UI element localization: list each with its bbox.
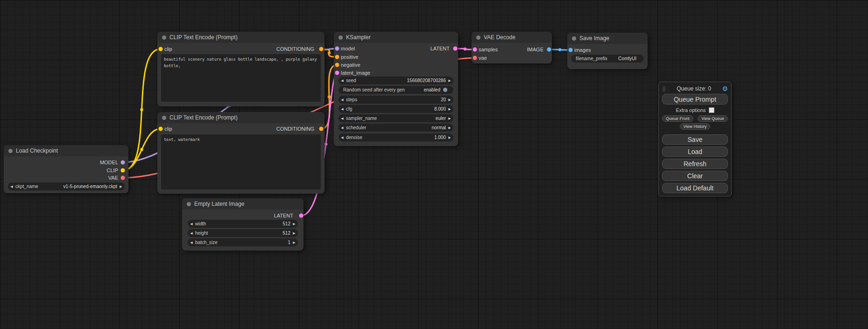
node-titlebar[interactable]: Load Checkpoint	[4, 145, 128, 156]
collapse-dot-icon[interactable]	[339, 35, 343, 40]
widget-value: ComfyUI	[618, 56, 636, 61]
output-port-clip[interactable]	[121, 168, 125, 173]
node-titlebar[interactable]: VAE Decode	[472, 32, 552, 43]
input-port-vae[interactable]	[473, 56, 477, 60]
collapse-dot-icon[interactable]	[187, 202, 191, 206]
increment-arrow-icon[interactable]: ▶	[290, 222, 298, 226]
node-empty-latent-image[interactable]: Empty Latent Image LATENT ◀ width 512 ▶ …	[182, 198, 303, 251]
refresh-button[interactable]: Refresh	[662, 159, 728, 169]
collapse-dot-icon[interactable]	[476, 35, 480, 40]
output-label-image: IMAGE	[527, 47, 543, 52]
widget-value: 8.000	[434, 106, 446, 112]
widget-filename-prefix[interactable]: filename_prefix ComfyUI	[571, 55, 644, 63]
output-label-latent: LATENT	[430, 46, 450, 51]
drag-handle-icon[interactable]: ⣿	[662, 86, 666, 92]
decrement-arrow-icon[interactable]: ◀	[339, 136, 346, 140]
decrement-arrow-icon[interactable]: ◀	[8, 185, 15, 189]
increment-arrow-icon[interactable]: ▶	[290, 241, 298, 245]
widget-denoise[interactable]: ◀ denoise 1.000 ▶	[339, 133, 453, 141]
output-port-image[interactable]	[547, 48, 551, 52]
output-label-vae: VAE	[108, 175, 118, 181]
input-label-images: images	[574, 47, 591, 53]
node-titlebar[interactable]: CLIP Text Encode (Prompt)	[157, 32, 325, 43]
widget-steps[interactable]: ◀ steps 20 ▶	[339, 96, 453, 104]
extra-options-row: Extra options	[662, 106, 728, 114]
widget-ckpt-name[interactable]: ◀ ckpt_name v1-5-pruned-emaonly.ckpt ▶	[8, 182, 125, 190]
increment-arrow-icon[interactable]: ▶	[446, 136, 453, 140]
input-port-positive[interactable]	[335, 55, 339, 59]
decrement-arrow-icon[interactable]: ◀	[339, 117, 346, 120]
node-title: CLIP Text Encode (Prompt)	[169, 114, 238, 121]
output-port-conditioning[interactable]	[319, 127, 324, 131]
output-port-vae[interactable]	[121, 176, 125, 180]
toggle-knob-icon[interactable]	[443, 88, 447, 92]
increment-arrow-icon[interactable]: ▶	[117, 185, 125, 189]
node-titlebar[interactable]: CLIP Text Encode (Prompt)	[157, 112, 325, 123]
increment-arrow-icon[interactable]: ▶	[290, 231, 298, 235]
output-port-model[interactable]	[121, 161, 125, 165]
increment-arrow-icon[interactable]: ▶	[446, 98, 453, 102]
input-port-model[interactable]	[335, 47, 339, 51]
input-port-negative[interactable]	[335, 63, 339, 67]
decrement-arrow-icon[interactable]: ◀	[339, 79, 346, 83]
widget-seed[interactable]: ◀ seed 156680208700286 ▶	[339, 77, 453, 84]
widget-random-seed-toggle[interactable]: Random seed after every gen enabled	[339, 86, 453, 94]
collapse-dot-icon[interactable]	[162, 35, 166, 40]
widget-value: euler	[436, 116, 446, 121]
collapse-dot-icon[interactable]	[572, 36, 576, 41]
load-default-button[interactable]: Load Default	[662, 183, 728, 193]
node-save-image[interactable]: Save Image images filename_prefix ComfyU…	[567, 33, 648, 69]
view-queue-button[interactable]: View Queue	[698, 115, 728, 122]
increment-arrow-icon[interactable]: ▶	[446, 79, 453, 83]
input-port-clip[interactable]	[159, 127, 163, 131]
node-titlebar[interactable]: Save Image	[567, 33, 648, 44]
decrement-arrow-icon[interactable]: ◀	[339, 126, 346, 130]
input-label-clip: clip	[164, 126, 172, 132]
input-port-samples[interactable]	[473, 48, 477, 52]
widget-name: Random seed after every gen	[343, 87, 405, 92]
widget-width[interactable]: ◀ width 512 ▶	[188, 220, 298, 228]
queue-front-button[interactable]: Queue Front	[662, 115, 693, 122]
save-button[interactable]: Save	[662, 134, 728, 145]
widget-scheduler[interactable]: ◀ scheduler normal ▶	[339, 124, 453, 132]
node-load-checkpoint[interactable]: Load Checkpoint MODEL CLIP VAE ◀ ckpt_na…	[4, 145, 128, 193]
input-port-clip[interactable]	[159, 47, 163, 51]
node-title: Empty Latent Image	[194, 201, 244, 207]
output-port-conditioning[interactable]	[319, 47, 324, 51]
widget-sampler-name[interactable]: ◀ sampler_name euler ▶	[339, 114, 453, 122]
increment-arrow-icon[interactable]: ▶	[446, 126, 453, 130]
widget-value: v1-5-pruned-emaonly.ckpt	[64, 184, 117, 189]
input-port-images[interactable]	[569, 48, 573, 52]
decrement-arrow-icon[interactable]: ◀	[339, 98, 346, 102]
node-graph-canvas[interactable]: Load Checkpoint MODEL CLIP VAE ◀ ckpt_na…	[0, 0, 868, 329]
input-label-model: model	[341, 46, 355, 51]
decrement-arrow-icon[interactable]: ◀	[339, 107, 346, 111]
view-history-button[interactable]: View History	[680, 123, 711, 130]
decrement-arrow-icon[interactable]: ◀	[188, 222, 195, 226]
queue-prompt-button[interactable]: Queue Prompt	[662, 94, 728, 105]
increment-arrow-icon[interactable]: ▶	[446, 107, 453, 111]
node-vae-decode[interactable]: VAE Decode samples IMAGE vae	[472, 32, 552, 63]
widget-batch-size[interactable]: ◀ batch_size 1 ▶	[188, 238, 298, 246]
decrement-arrow-icon[interactable]: ◀	[188, 231, 195, 235]
collapse-dot-icon[interactable]	[162, 116, 166, 120]
settings-gear-icon[interactable]: ⚙	[722, 85, 728, 92]
extra-options-checkbox[interactable]	[709, 107, 714, 113]
node-titlebar[interactable]: Empty Latent Image	[182, 198, 303, 210]
collapse-dot-icon[interactable]	[8, 149, 13, 153]
output-port-latent[interactable]	[299, 214, 303, 218]
load-button[interactable]: Load	[662, 147, 728, 157]
input-port-latent-image[interactable]	[335, 71, 339, 75]
clear-button[interactable]: Clear	[662, 171, 728, 181]
node-clip-text-encode-negative[interactable]: CLIP Text Encode (Prompt) clip CONDITION…	[157, 112, 325, 194]
increment-arrow-icon[interactable]: ▶	[446, 117, 453, 120]
widget-height[interactable]: ◀ height 512 ▶	[188, 229, 298, 237]
output-port-latent[interactable]	[453, 47, 458, 51]
node-titlebar[interactable]: KSampler	[334, 32, 458, 43]
node-ksampler[interactable]: KSampler model positive negative latent_…	[334, 32, 458, 146]
prompt-textarea[interactable]: text, watermark	[161, 134, 321, 189]
widget-cfg[interactable]: ◀ cfg 8.000 ▶	[339, 105, 453, 113]
node-clip-text-encode-positive[interactable]: CLIP Text Encode (Prompt) clip CONDITION…	[157, 32, 325, 106]
decrement-arrow-icon[interactable]: ◀	[188, 241, 195, 245]
prompt-textarea[interactable]: beautiful scenery nature glass bottle la…	[161, 54, 321, 102]
